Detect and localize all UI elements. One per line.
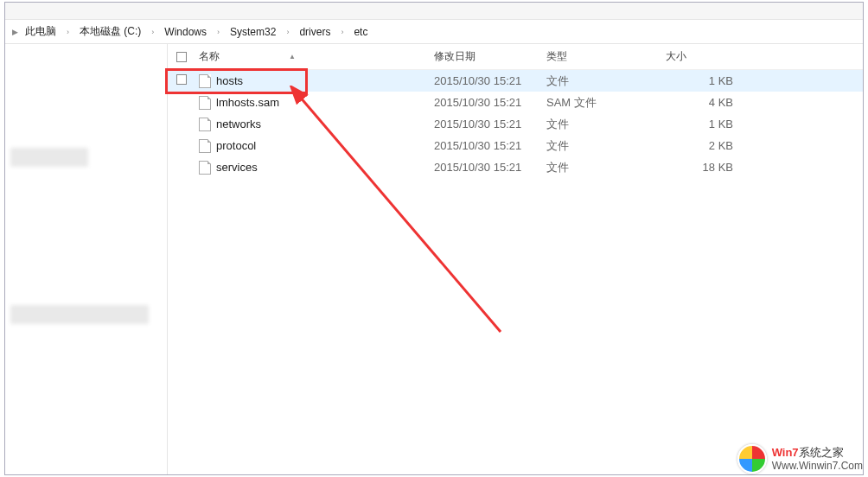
watermark-title: Win7系统之家: [772, 446, 863, 460]
chevron-right-icon[interactable]: ▶: [10, 28, 20, 36]
watermark-url: Www.Winwin7.Com: [772, 460, 863, 472]
breadcrumb-segment[interactable]: Windows: [159, 23, 212, 41]
nav-item-blurred: [10, 305, 149, 324]
column-header-type[interactable]: 类型: [546, 49, 666, 64]
chevron-right-icon[interactable]: ›: [61, 25, 74, 39]
column-header-name[interactable]: 名称▲: [195, 49, 434, 64]
explorer-window: ▶ 此电脑›本地磁盘 (C:)›Windows›System32›drivers…: [4, 2, 864, 475]
watermark-logo-icon: [737, 444, 767, 474]
nav-item-blurred: [10, 148, 88, 167]
file-row[interactable]: protocol2015/10/30 15:21文件2 KB: [168, 135, 863, 156]
file-icon: [199, 161, 211, 175]
column-header-date[interactable]: 修改日期: [434, 49, 546, 64]
file-type: 文件: [546, 117, 666, 132]
file-size: 1 KB: [666, 118, 740, 130]
file-name: networks: [216, 118, 261, 130]
sort-asc-icon: ▲: [289, 53, 296, 60]
row-checkbox[interactable]: [176, 74, 187, 85]
breadcrumb-segment[interactable]: etc: [348, 23, 373, 41]
select-all-checkbox[interactable]: [176, 52, 187, 62]
watermark: Win7系统之家 Www.Winwin7.Com: [737, 444, 863, 474]
file-size: 2 KB: [666, 139, 740, 152]
chevron-right-icon[interactable]: ›: [335, 25, 348, 39]
breadcrumb-segment[interactable]: 此电脑: [20, 22, 61, 41]
file-date: 2015/10/30 15:21: [434, 96, 546, 109]
file-rows: hosts2015/10/30 15:21文件1 KBlmhosts.sam20…: [168, 70, 863, 178]
file-date: 2015/10/30 15:21: [434, 161, 546, 174]
file-row[interactable]: hosts2015/10/30 15:21文件1 KB: [168, 70, 863, 92]
column-headers[interactable]: 名称▲ 修改日期 类型 大小: [168, 44, 863, 70]
file-type: 文件: [546, 160, 666, 175]
nav-pane[interactable]: [5, 44, 168, 474]
file-row[interactable]: lmhosts.sam2015/10/30 15:21SAM 文件4 KB: [168, 92, 863, 113]
file-date: 2015/10/30 15:21: [434, 74, 546, 87]
file-size: 1 KB: [666, 74, 740, 87]
file-type: 文件: [546, 73, 666, 89]
file-size: 18 KB: [666, 161, 740, 174]
chevron-right-icon[interactable]: ›: [146, 25, 159, 39]
file-date: 2015/10/30 15:21: [434, 139, 546, 152]
file-size: 4 KB: [666, 96, 740, 109]
ribbon-stub: [5, 3, 863, 20]
file-type: 文件: [546, 138, 666, 154]
file-row[interactable]: networks2015/10/30 15:21文件1 KB: [168, 113, 863, 135]
file-type: SAM 文件: [546, 95, 666, 111]
breadcrumb-segment[interactable]: System32: [225, 23, 281, 41]
chevron-right-icon[interactable]: ›: [281, 25, 294, 39]
file-name: services: [216, 161, 258, 174]
breadcrumb: 此电脑›本地磁盘 (C:)›Windows›System32›drivers›e…: [20, 22, 373, 41]
file-icon: [199, 139, 211, 153]
file-name: lmhosts.sam: [216, 96, 279, 109]
address-bar[interactable]: ▶ 此电脑›本地磁盘 (C:)›Windows›System32›drivers…: [5, 20, 863, 44]
file-row[interactable]: services2015/10/30 15:21文件18 KB: [168, 156, 863, 178]
file-name: protocol: [216, 139, 256, 152]
file-name: hosts: [216, 74, 243, 87]
file-icon: [199, 118, 211, 131]
file-icon: [199, 74, 211, 88]
column-header-size[interactable]: 大小: [666, 49, 740, 64]
breadcrumb-segment[interactable]: 本地磁盘 (C:): [74, 22, 146, 41]
breadcrumb-segment[interactable]: drivers: [294, 23, 335, 41]
file-list-view: 名称▲ 修改日期 类型 大小 hosts2015/10/30 15:21文件1 …: [168, 44, 863, 474]
file-icon: [199, 96, 211, 110]
chevron-right-icon[interactable]: ›: [212, 25, 225, 39]
file-date: 2015/10/30 15:21: [434, 118, 546, 130]
